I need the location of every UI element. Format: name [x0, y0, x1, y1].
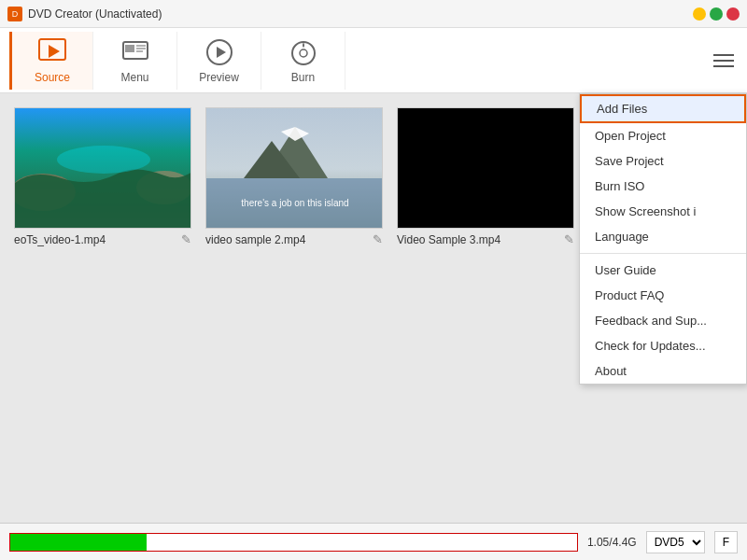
fit-button[interactable]: F — [714, 531, 738, 553]
video-thumbnail-2[interactable]: there's a job on this island — [205, 107, 383, 229]
menu-label: Menu — [120, 71, 148, 84]
video-card-2-name: video sample 2.mp4 — [205, 233, 369, 246]
menu-icon — [120, 37, 150, 67]
size-info: 1.05/4.4G — [587, 536, 637, 549]
progress-bar — [10, 534, 147, 551]
black-thumbnail — [398, 108, 573, 228]
progress-container — [9, 533, 578, 552]
toolbar: Source Menu Preview — [0, 28, 747, 93]
app-icon: D — [7, 7, 22, 21]
app-title: DVD Creator (Unactivated) — [28, 7, 162, 21]
hamburger-line-1 — [713, 54, 734, 56]
menu-item-save-project[interactable]: Save Project — [580, 148, 746, 174]
dvd-type-select[interactable]: DVD5 DVD9 — [646, 531, 705, 553]
preview-label: Preview — [199, 71, 239, 84]
preview-icon — [204, 37, 234, 67]
svg-point-10 — [300, 49, 307, 57]
hamburger-menu-button[interactable] — [710, 50, 738, 71]
title-bar-left: D DVD Creator (Unactivated) — [7, 7, 162, 21]
video-card-3-name: Video Sample 3.mp4 — [397, 233, 560, 246]
source-label: Source — [35, 71, 70, 84]
source-icon — [37, 37, 67, 67]
video-card-1-footer: eoTs_video-1.mp4 ✎ — [14, 232, 191, 246]
video-card-2-footer: video sample 2.mp4 ✎ — [205, 232, 383, 246]
video-thumbnail-1[interactable] — [14, 107, 191, 229]
burn-icon — [289, 37, 318, 67]
menu-item-check-updates[interactable]: Check for Updates... — [580, 333, 746, 358]
toolbar-item-burn[interactable]: Burn — [261, 32, 345, 90]
video-card-2-edit-icon[interactable]: ✎ — [373, 232, 383, 246]
hamburger-line-3 — [713, 65, 734, 67]
menu-item-show-screenshot[interactable]: Show Screenshot i — [580, 199, 746, 224]
video-card-3-edit-icon[interactable]: ✎ — [564, 232, 574, 246]
video-card-2: there's a job on this island video sampl… — [205, 107, 383, 246]
svg-marker-8 — [217, 47, 226, 58]
island-caption: there's a job on this island — [241, 198, 348, 208]
menu-item-feedback[interactable]: Feedback and Sup... — [580, 308, 746, 333]
video-card-1-name: eoTs_video-1.mp4 — [14, 233, 177, 246]
menu-separator — [580, 253, 746, 254]
svg-marker-1 — [49, 45, 60, 58]
video-card-3: Video Sample 3.mp4 ✎ — [397, 107, 574, 246]
menu-item-open-project[interactable]: Open Project — [580, 123, 746, 148]
video-card-3-footer: Video Sample 3.mp4 ✎ — [397, 232, 574, 246]
svg-rect-3 — [125, 45, 134, 52]
window-controls[interactable] — [693, 7, 740, 21]
menu-item-about[interactable]: About — [580, 358, 746, 384]
island-thumbnail-svg: there's a job on this island — [206, 108, 383, 229]
beach-thumbnail-svg — [15, 108, 191, 229]
menu-item-burn-iso[interactable]: Burn ISO — [580, 174, 746, 199]
menu-item-user-guide[interactable]: User Guide — [580, 258, 746, 283]
video-card-1-edit-icon[interactable]: ✎ — [181, 232, 191, 246]
minimize-button[interactable] — [693, 7, 706, 21]
toolbar-item-preview[interactable]: Preview — [177, 32, 261, 90]
menu-item-language[interactable]: Language — [580, 224, 746, 249]
close-button[interactable] — [726, 7, 740, 21]
video-card-1: eoTs_video-1.mp4 ✎ — [14, 107, 191, 246]
hamburger-line-2 — [713, 60, 734, 62]
title-bar: D DVD Creator (Unactivated) — [0, 0, 747, 28]
video-thumbnail-3[interactable] — [397, 107, 574, 229]
dropdown-menu: Add Files Open Project Save Project Burn… — [579, 93, 747, 385]
toolbar-item-source[interactable]: Source — [9, 32, 93, 90]
status-bar: 1.05/4.4G DVD5 DVD9 F — [0, 523, 747, 560]
toolbar-item-menu[interactable]: Menu — [93, 32, 177, 90]
menu-item-product-faq[interactable]: Product FAQ — [580, 283, 746, 308]
maximize-button[interactable] — [710, 7, 723, 21]
menu-item-add-files[interactable]: Add Files — [580, 94, 746, 123]
svg-point-14 — [57, 146, 150, 174]
burn-label: Burn — [291, 71, 315, 84]
